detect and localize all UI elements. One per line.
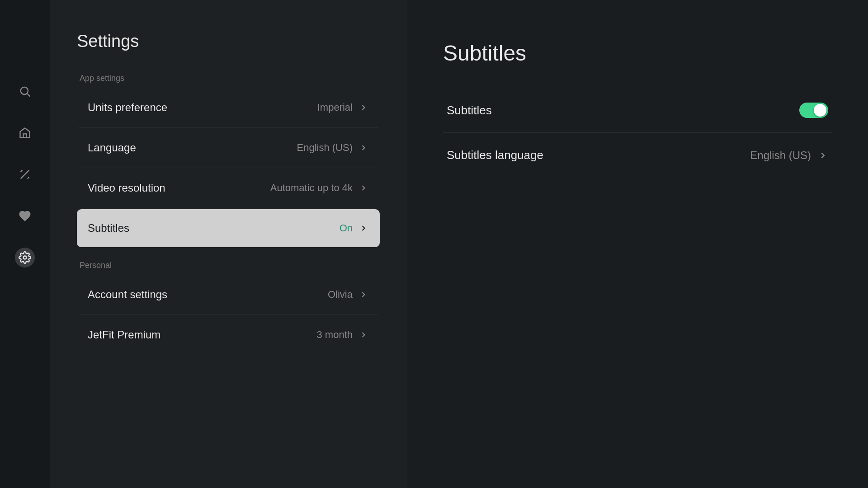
chevron-right-icon (358, 102, 369, 113)
subtitles-language-item[interactable]: Subtitles language English (US) (443, 134, 832, 177)
units-preference-item[interactable]: Units preference Imperial (77, 89, 380, 127)
subtitles-item[interactable]: Subtitles On (77, 209, 380, 247)
subtitles-toggle-label: Subtitles (447, 103, 492, 117)
language-value: English (US) (297, 142, 353, 154)
account-settings-right: Olivia (328, 289, 369, 300)
section-label-app: App settings (77, 74, 380, 83)
svg-line-1 (27, 94, 30, 96)
home-icon[interactable] (15, 123, 35, 143)
subtitles-toggle[interactable] (799, 103, 828, 118)
settings-icon[interactable] (15, 248, 35, 267)
jetfit-premium-item[interactable]: JetFit Premium 3 month (77, 316, 380, 354)
subtitles-language-label: Subtitles language (447, 148, 543, 162)
language-label: Language (88, 141, 136, 154)
subtitles-right: On (340, 222, 369, 234)
right-settings-list: Subtitles Subtitles language English (US… (443, 88, 832, 177)
favorites-icon[interactable] (15, 206, 35, 226)
svg-point-6 (24, 256, 27, 259)
chevron-right-icon (817, 150, 828, 161)
subtitles-language-value: English (US) (750, 149, 811, 162)
language-item[interactable]: Language English (US) (77, 129, 380, 167)
video-resolution-value: Automatic up to 4k (270, 182, 353, 194)
video-resolution-right: Automatic up to 4k (270, 182, 369, 194)
subtitles-toggle-right (799, 103, 828, 118)
right-panel-title: Subtitles (443, 41, 832, 66)
account-settings-value: Olivia (328, 289, 353, 300)
jetfit-premium-label: JetFit Premium (88, 328, 160, 341)
subtitles-value: On (340, 222, 353, 234)
page-title: Settings (77, 32, 380, 51)
divider (79, 208, 378, 208)
divider (79, 168, 378, 168)
chevron-right-icon (358, 183, 369, 193)
sidebar (0, 0, 50, 488)
chevron-right-icon (358, 223, 369, 234)
app-settings-list: Units preference Imperial Language Engli… (77, 89, 380, 247)
language-right: English (US) (297, 142, 369, 154)
chevron-right-icon (358, 142, 369, 153)
account-settings-label: Account settings (88, 288, 167, 301)
divider (79, 314, 378, 315)
divider (79, 127, 378, 128)
tools-icon[interactable] (15, 164, 35, 184)
search-icon[interactable] (15, 81, 35, 101)
subtitles-toggle-item[interactable]: Subtitles (443, 88, 832, 133)
units-preference-label: Units preference (88, 101, 167, 114)
subtitles-label: Subtitles (88, 222, 129, 235)
subtitles-language-right: English (US) (750, 149, 828, 162)
account-settings-item[interactable]: Account settings Olivia (77, 276, 380, 314)
chevron-right-icon (358, 289, 369, 300)
chevron-right-icon (358, 329, 369, 340)
svg-point-0 (21, 87, 28, 94)
personal-settings-list: Account settings Olivia JetFit Premium 3… (77, 276, 380, 354)
svg-line-5 (28, 177, 29, 179)
svg-rect-2 (24, 134, 27, 137)
svg-line-4 (21, 170, 23, 172)
section-label-personal: Personal (77, 261, 380, 270)
left-panel: Settings App settings Units preference I… (50, 0, 407, 488)
units-preference-right: Imperial (317, 102, 369, 113)
jetfit-premium-right: 3 month (317, 329, 369, 341)
jetfit-premium-value: 3 month (317, 329, 353, 341)
video-resolution-label: Video resolution (88, 182, 165, 194)
right-panel: Subtitles Subtitles Subtitles language E… (407, 0, 868, 488)
toggle-knob (814, 104, 826, 117)
units-preference-value: Imperial (317, 102, 353, 113)
video-resolution-item[interactable]: Video resolution Automatic up to 4k (77, 169, 380, 207)
svg-line-3 (21, 170, 29, 179)
